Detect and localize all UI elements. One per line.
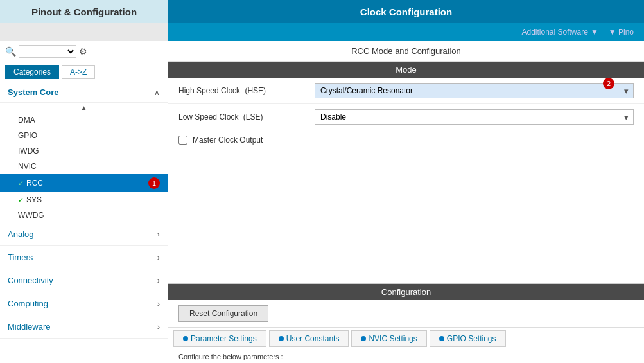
user-constants-dot	[279, 336, 284, 341]
timers-header[interactable]: Timers ›	[0, 246, 168, 269]
iwdg-label: IWDG	[18, 146, 39, 155]
additional-software-label: Additional Software	[521, 28, 587, 37]
top-header: Pinout & Configuration Clock Configurati…	[0, 0, 644, 23]
wwdg-label: WWDG	[18, 211, 44, 220]
connectivity-chevron-icon: ›	[157, 276, 160, 285]
hse-label: High Speed Clock (HSE)	[178, 86, 307, 95]
timers-chevron-icon: ›	[157, 252, 160, 262]
lse-select[interactable]: Disable Crystal/Ceramic Resonator BYPASS…	[315, 109, 634, 125]
lse-paren: (LSE)	[243, 112, 263, 121]
bottom-tabs: Parameter Settings User Constants NVIC S…	[168, 327, 644, 350]
lse-label: Low Speed Clock (LSE)	[178, 112, 307, 121]
parameter-settings-dot	[183, 336, 188, 341]
az-label: A->Z	[70, 67, 87, 76]
computing-chevron-icon: ›	[157, 299, 160, 308]
sub-header-left	[0, 23, 168, 41]
sidebar-item-gpio[interactable]: GPIO	[0, 128, 168, 143]
expand-button[interactable]: ▲	[0, 103, 168, 112]
header-right-title: Clock Configuration	[168, 0, 644, 23]
system-core-header[interactable]: System Core ∧	[0, 82, 168, 103]
content-area: RCC Mode and Configuration Mode High Spe…	[168, 41, 644, 363]
content-title: RCC Mode and Configuration	[168, 41, 644, 62]
clock-config-title: Clock Configuration	[360, 6, 452, 17]
user-constants-label: User Constants	[286, 334, 340, 343]
lse-select-wrapper: Disable Crystal/Ceramic Resonator BYPASS…	[315, 109, 634, 125]
tab-parameter-settings[interactable]: Parameter Settings	[173, 330, 266, 347]
system-core-items: ▲ DMA GPIO IWDG NVIC ✓ RCC 1	[0, 103, 168, 223]
hse-badge: 2	[603, 78, 614, 89]
sidebar-item-rcc[interactable]: ✓ RCC 1	[0, 174, 168, 192]
sidebar-content: System Core ∧ ▲ DMA GPIO IWDG NVIC	[0, 82, 168, 363]
sidebar: 🔍 ⚙ Categories A->Z System Core ∧ ▲	[0, 41, 168, 363]
master-clock-label: Master Clock Output	[193, 136, 263, 145]
sidebar-item-sys[interactable]: ✓ SYS	[0, 192, 168, 208]
middleware-header[interactable]: Middleware ›	[0, 315, 168, 339]
hse-row: High Speed Clock (HSE) Crystal/Ceramic R…	[168, 78, 644, 104]
hse-select[interactable]: Crystal/Ceramic Resonator Disable BYPASS…	[315, 83, 634, 98]
sub-header-right: Additional Software ▼ ▼ Pino	[168, 23, 644, 41]
timers-label: Timers	[8, 252, 33, 262]
gpio-label: GPIO	[18, 131, 37, 140]
rcc-check-icon: ✓	[18, 179, 24, 188]
search-dropdown[interactable]	[19, 45, 76, 58]
analog-header[interactable]: Analog ›	[0, 223, 168, 246]
nvic-label: NVIC	[18, 162, 37, 171]
gear-icon[interactable]: ⚙	[79, 46, 87, 57]
computing-label: Computing	[8, 299, 48, 308]
bottom-section: Configuration Reset Configuration Parame…	[168, 283, 644, 363]
sys-label: SYS	[26, 195, 42, 204]
analog-label: Analog	[8, 229, 33, 239]
sidebar-item-wwdg[interactable]: WWDG	[0, 208, 168, 223]
sub-header: Additional Software ▼ ▼ Pino	[0, 23, 644, 41]
gpio-settings-label: GPIO Settings	[447, 334, 496, 343]
pinout-config-title: Pinout & Configuration	[31, 6, 137, 17]
mode-section-header: Mode	[168, 62, 644, 78]
up-arrow-icon: ▲	[81, 104, 87, 111]
tab-az[interactable]: A->Z	[62, 65, 95, 79]
master-clock-checkbox[interactable]	[178, 136, 187, 145]
hse-text: High Speed Clock	[178, 86, 240, 95]
pino-label: ▼ Pino	[609, 28, 634, 37]
master-clock-row: Master Clock Output	[168, 130, 644, 150]
tab-user-constants[interactable]: User Constants	[269, 330, 349, 347]
search-icon: 🔍	[5, 46, 16, 57]
header-left-title: Pinout & Configuration	[0, 0, 168, 23]
sidebar-item-iwdg[interactable]: IWDG	[0, 143, 168, 159]
tab-gpio-settings[interactable]: GPIO Settings	[430, 330, 506, 347]
chevron-down-icon: ▼	[591, 28, 598, 37]
connectivity-label: Connectivity	[8, 276, 53, 285]
reset-configuration-button[interactable]: Reset Configuration	[178, 305, 268, 322]
sidebar-item-dma[interactable]: DMA	[0, 112, 168, 128]
lse-text: Low Speed Clock	[178, 112, 238, 121]
config-section-header: Configuration	[168, 284, 644, 300]
pino-item[interactable]: ▼ Pino	[604, 28, 639, 37]
connectivity-header[interactable]: Connectivity ›	[0, 269, 168, 292]
parameter-settings-label: Parameter Settings	[191, 334, 257, 343]
nvic-settings-dot	[361, 336, 366, 341]
sidebar-item-nvic[interactable]: NVIC	[0, 159, 168, 174]
system-core-label: System Core	[8, 87, 58, 97]
bottom-status-text: Configure the below parameters :	[168, 350, 644, 363]
dma-label: DMA	[18, 116, 35, 125]
middleware-chevron-icon: ›	[157, 322, 160, 332]
lse-row: Low Speed Clock (LSE) Disable Crystal/Ce…	[168, 104, 644, 130]
hse-paren: (HSE)	[245, 86, 266, 95]
tab-nvic-settings[interactable]: NVIC Settings	[351, 330, 426, 347]
additional-software-item[interactable]: Additional Software ▼	[516, 28, 603, 37]
hse-select-wrapper: Crystal/Ceramic Resonator Disable BYPASS…	[315, 83, 634, 98]
sidebar-search-bar: 🔍 ⚙	[0, 41, 168, 62]
rcc-badge: 1	[148, 177, 160, 189]
categories-label: Categories	[13, 67, 51, 76]
main-layout: 🔍 ⚙ Categories A->Z System Core ∧ ▲	[0, 41, 644, 363]
computing-header[interactable]: Computing ›	[0, 292, 168, 315]
middleware-label: Middleware	[8, 322, 50, 332]
gpio-settings-dot	[439, 336, 444, 341]
chevron-up-icon: ∧	[154, 88, 160, 97]
sidebar-tabs: Categories A->Z	[0, 62, 168, 82]
nvic-settings-label: NVIC Settings	[369, 334, 417, 343]
rcc-label: RCC	[26, 179, 43, 188]
sys-check-icon: ✓	[18, 196, 24, 204]
analog-chevron-icon: ›	[157, 229, 160, 239]
tab-categories[interactable]: Categories	[5, 65, 59, 79]
content-spacer	[168, 150, 644, 283]
